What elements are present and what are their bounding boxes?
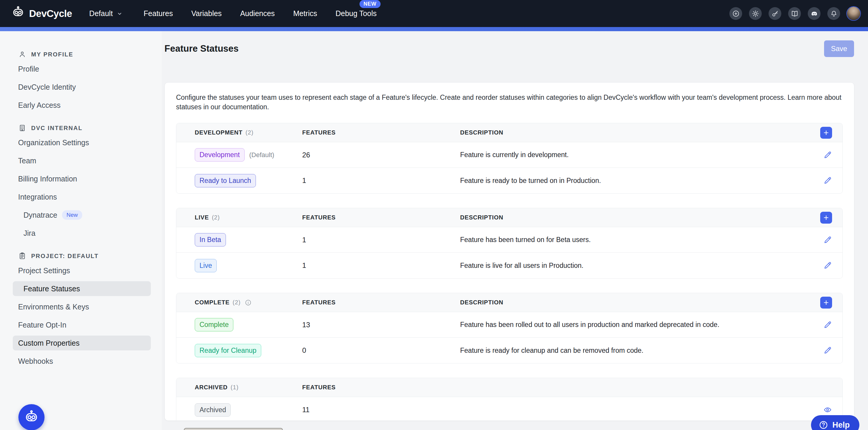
sidebar-item-devcycle-identity[interactable]: DevCycle Identity — [13, 80, 151, 94]
default-label: (Default) — [249, 151, 274, 159]
sidebar-item-label: Custom Properties — [18, 339, 80, 347]
save-button[interactable]: Save — [824, 40, 854, 57]
edit-status-button[interactable] — [823, 346, 832, 355]
sidebar-item-feature-opt-in[interactable]: Feature Opt-In — [13, 317, 151, 332]
feature-count: 1 — [302, 261, 460, 270]
features-column-header: FEATURES — [302, 129, 460, 136]
sidebar-item-early-access[interactable]: Early Access — [13, 98, 151, 113]
key-icon — [771, 10, 779, 18]
nav-item-debug-tools[interactable]: Debug ToolsNEW — [336, 9, 377, 18]
help-button[interactable]: Help — [811, 415, 859, 430]
status-badge: Complete — [195, 318, 233, 331]
sidebar-item-organization-settings[interactable]: Organization Settings — [13, 135, 151, 150]
status-badge-cell: Ready for Cleanup — [195, 344, 302, 357]
sidebar-item-webhooks[interactable]: Webhooks — [13, 354, 151, 369]
status-description: Feature is ready to be turned on in Prod… — [460, 177, 814, 185]
top-navbar: DevCycle Default FeaturesVariablesAudien… — [0, 0, 868, 27]
category-header: LIVE(2) — [195, 214, 302, 221]
status-badge: Development — [195, 148, 245, 161]
sidebar-item-custom-properties[interactable]: Custom Properties — [13, 336, 151, 350]
edit-status-button[interactable] — [823, 151, 832, 159]
nav-item-audiences[interactable]: Audiences — [240, 9, 275, 18]
header-actions — [820, 127, 832, 139]
table-header-row: COMPLETE(2)FEATURESDESCRIPTION — [176, 293, 842, 312]
sidebar-item-jira[interactable]: Jira — [13, 226, 151, 241]
add-status-button[interactable] — [820, 127, 832, 139]
status-row-archived: Archived11 — [176, 397, 842, 421]
project-selector[interactable]: Default — [89, 9, 123, 18]
plus-icon — [823, 214, 830, 221]
status-badge-cell: Ready to Launch — [195, 174, 302, 187]
status-tables: DEVELOPMENT(2)FEATURESDESCRIPTIONDevelop… — [176, 123, 843, 421]
eye-icon — [823, 405, 832, 414]
status-badge-cell: Live — [195, 259, 302, 272]
status-row-ready-for-cleanup: Ready for Cleanup0Feature is ready for c… — [176, 338, 842, 363]
devcycle-brand[interactable]: DevCycle — [11, 6, 72, 22]
chevron-down-icon — [116, 10, 123, 17]
sidebar-item-billing-information[interactable]: Billing Information — [13, 171, 151, 186]
edit-status-button[interactable] — [823, 261, 832, 270]
project-selector-label: Default — [89, 9, 113, 18]
add-status-button[interactable] — [820, 212, 832, 224]
sidebar-item-label: Organization Settings — [18, 139, 89, 147]
new-badge: NEW — [360, 0, 381, 8]
robot-icon — [11, 6, 25, 19]
sidebar-item-label: Webhooks — [18, 357, 53, 366]
devcycle-assistant-button[interactable] — [19, 404, 44, 430]
sidebar-item-label: Billing Information — [18, 175, 77, 183]
sidebar-item-team[interactable]: Team — [13, 153, 151, 168]
feature-count: 26 — [302, 151, 460, 159]
category-header: DEVELOPMENT(2) — [195, 129, 302, 136]
sidebar-item-environments-keys[interactable]: Environments & Keys — [13, 299, 151, 314]
feature-count: 1 — [302, 236, 460, 244]
category-header: COMPLETE(2) — [195, 299, 302, 306]
sidebar-item-label: Profile — [18, 65, 39, 73]
brand-name: DevCycle — [29, 8, 72, 19]
status-row-complete: Complete13Feature has been rolled out to… — [176, 312, 842, 338]
sidebar-item-label: Team — [18, 156, 36, 165]
gear-button[interactable] — [749, 7, 762, 20]
nav-item-features[interactable]: Features — [144, 9, 173, 18]
key-button[interactable] — [769, 7, 781, 20]
nav-item-variables[interactable]: Variables — [191, 9, 222, 18]
add-status-button[interactable] — [820, 297, 832, 309]
question-icon — [819, 420, 828, 430]
sidebar-item-project-settings[interactable]: Project Settings — [13, 263, 151, 278]
nav-item-metrics[interactable]: Metrics — [293, 9, 317, 18]
page-title: Feature Statuses — [164, 43, 239, 54]
plus-circle-button[interactable] — [730, 7, 742, 20]
status-table-development: DEVELOPMENT(2)FEATURESDESCRIPTIONDevelop… — [176, 123, 843, 194]
view-status-button[interactable] — [823, 405, 832, 414]
sidebar-item-profile[interactable]: Profile — [13, 61, 151, 76]
avatar[interactable] — [847, 7, 860, 20]
question-icon — [819, 420, 828, 430]
sidebar-item-label: Jira — [24, 229, 35, 238]
sidebar-item-label: Project Settings — [18, 266, 70, 275]
pencil-icon — [823, 236, 832, 244]
sidebar-item-integrations[interactable]: Integrations — [13, 189, 151, 204]
sidebar: MY PROFILEProfileDevCycle IdentityEarly … — [0, 31, 162, 430]
robot-icon — [24, 409, 39, 425]
info-icon[interactable] — [245, 299, 252, 306]
edit-status-button[interactable] — [823, 176, 832, 185]
edit-status-button[interactable] — [823, 320, 832, 329]
features-column-header: FEATURES — [302, 384, 460, 391]
edit-status-button[interactable] — [823, 236, 832, 244]
sidebar-item-feature-statuses[interactable]: Feature Statuses — [13, 281, 151, 296]
description-column-header: DESCRIPTION — [460, 129, 814, 136]
feature-count: 0 — [302, 346, 460, 355]
pencil-icon — [823, 151, 832, 159]
discord-button[interactable] — [808, 7, 820, 20]
nav-item-label: Variables — [191, 9, 222, 18]
person-icon — [18, 50, 26, 59]
sidebar-section-my-profile: MY PROFILEProfileDevCycle IdentityEarly … — [0, 50, 162, 113]
sidebar-item-dynatrace[interactable]: DynatraceNew — [13, 208, 151, 222]
table-header-row: ARCHIVED(1)FEATURES — [176, 378, 842, 397]
bell-button[interactable] — [827, 7, 840, 20]
docs-book-button[interactable] — [788, 7, 801, 20]
description-column-header: DESCRIPTION — [460, 214, 814, 221]
features-column-header: FEATURES — [302, 214, 460, 221]
plus-icon — [823, 129, 830, 136]
nav-item-label: Features — [144, 9, 173, 18]
feature-count: 1 — [302, 176, 460, 185]
